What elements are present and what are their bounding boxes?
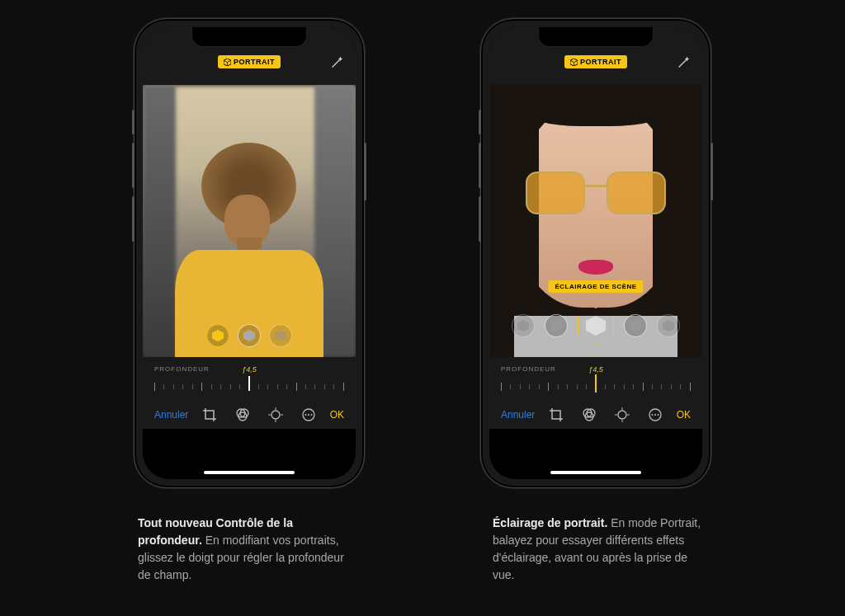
notch <box>538 27 654 47</box>
svg-line-4 <box>333 59 340 67</box>
svg-line-21 <box>679 59 687 67</box>
svg-point-31 <box>652 414 654 416</box>
magic-wand-icon[interactable] <box>676 55 691 70</box>
depth-label: PROFONDEUR <box>501 365 556 373</box>
adjust-icon[interactable] <box>268 407 283 422</box>
lighting-option[interactable] <box>545 314 568 337</box>
crop-icon[interactable] <box>549 407 564 422</box>
magic-wand-icon[interactable] <box>329 55 344 70</box>
svg-line-2 <box>228 60 232 62</box>
svg-point-8 <box>271 411 280 419</box>
lighting-option[interactable] <box>624 314 647 337</box>
svg-point-33 <box>658 414 659 416</box>
lighting-option[interactable] <box>512 314 535 337</box>
aperture-value: ƒ4,5 <box>242 365 257 374</box>
svg-line-18 <box>570 60 574 62</box>
slider-indicator <box>248 376 250 391</box>
lighting-option-selected[interactable] <box>578 308 614 344</box>
depth-slider[interactable] <box>154 378 344 396</box>
home-indicator <box>204 471 295 474</box>
svg-point-15 <box>308 414 309 416</box>
cancel-button[interactable]: Annuler <box>154 409 188 421</box>
screen-right: PORTRAIT ÉCLAIRAGE DE SCÈNE <box>489 27 702 479</box>
cube-icon <box>224 59 231 66</box>
phone-mockup-right: PORTRAIT ÉCLAIRAGE DE SCÈNE <box>480 18 711 488</box>
more-icon[interactable] <box>301 407 316 422</box>
editor-controls: PROFONDEUR ƒ4,5 Annuler <box>489 357 702 429</box>
filters-icon[interactable] <box>582 407 597 422</box>
portrait-badge-label: PORTRAIT <box>580 58 621 66</box>
lighting-option[interactable] <box>238 324 261 347</box>
slider-indicator <box>595 374 597 393</box>
lighting-option[interactable] <box>269 324 292 347</box>
portrait-badge-label: PORTRAIT <box>234 58 275 66</box>
svg-point-14 <box>305 414 307 416</box>
crop-icon[interactable] <box>202 407 217 422</box>
ok-button[interactable]: OK <box>677 409 691 421</box>
caption-right-bold: Éclairage de portrait. <box>493 516 607 529</box>
filters-icon[interactable] <box>235 407 250 422</box>
lighting-option[interactable] <box>657 314 680 337</box>
svg-line-1 <box>224 60 228 62</box>
cube-icon <box>570 59 578 66</box>
svg-line-19 <box>574 60 578 62</box>
scene-lighting-label: ÉCLAIRAGE DE SCÈNE <box>548 280 643 293</box>
notch <box>191 27 307 47</box>
screen-left: PORTRAIT <box>143 27 356 479</box>
svg-point-32 <box>654 414 656 416</box>
aperture-value: ƒ4,5 <box>588 365 603 374</box>
editor-toolbar: Annuler OK <box>154 404 344 422</box>
more-icon[interactable] <box>648 407 663 422</box>
lighting-options[interactable] <box>206 324 292 347</box>
portrait-photo: ÉCLAIRAGE DE SCÈNE <box>489 85 702 357</box>
editor-toolbar: Annuler OK <box>501 404 691 422</box>
caption-right: Éclairage de portrait. En mode Portrait,… <box>493 515 707 584</box>
svg-point-25 <box>618 411 626 419</box>
depth-label: PROFONDEUR <box>154 365 210 373</box>
home-indicator <box>550 471 641 474</box>
portrait-badge: PORTRAIT <box>564 55 627 68</box>
editor-controls: PROFONDEUR ƒ4,5 Annuler <box>143 357 356 429</box>
portrait-badge: PORTRAIT <box>218 55 281 68</box>
ok-button[interactable]: OK <box>330 409 344 421</box>
depth-slider[interactable] <box>501 378 691 396</box>
adjust-icon[interactable] <box>615 407 630 422</box>
svg-point-16 <box>311 414 313 416</box>
portrait-photo <box>143 85 356 357</box>
phone-mockup-left: PORTRAIT <box>134 18 365 488</box>
cancel-button[interactable]: Annuler <box>501 409 535 421</box>
caption-left: Tout nouveau Contrôle de la profondeur. … <box>138 515 352 584</box>
lighting-options[interactable] <box>512 308 680 344</box>
lighting-option-selected[interactable] <box>206 324 229 347</box>
